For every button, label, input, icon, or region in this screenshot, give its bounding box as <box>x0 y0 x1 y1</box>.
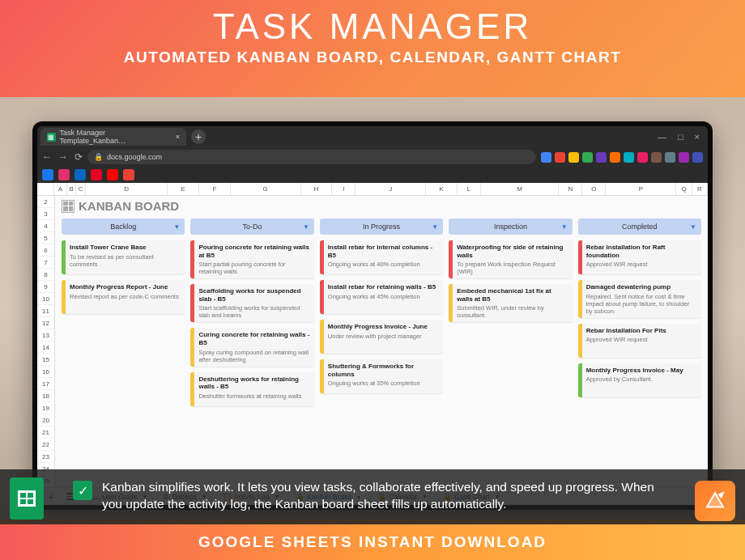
gmail-icon[interactable] <box>123 169 134 180</box>
card-desc: Start partial pouring concrete for retai… <box>198 261 309 275</box>
ext-icon[interactable] <box>665 152 675 163</box>
card-title: Embeded mechanical 1st fix at walls at B… <box>457 287 568 303</box>
dropdown-icon[interactable]: ▼ <box>173 223 180 231</box>
card-desc: Submitted WIR, under review by consultan… <box>457 304 568 319</box>
hero-title: TASK MANAGER <box>0 6 745 47</box>
card-desc: Approved WIR request <box>586 336 697 343</box>
reload-icon[interactable]: ⟳ <box>74 151 83 163</box>
browser-tab[interactable]: ▦ Task Manager Template_Kanban… × <box>40 128 186 146</box>
back-icon[interactable]: ← <box>42 151 52 163</box>
pinterest-icon[interactable] <box>91 169 102 180</box>
ext-icon[interactable] <box>541 152 551 163</box>
tab-title: Task Manager Template_Kanban… <box>60 129 168 145</box>
card-title: Monthly Progress Invoice - June <box>328 323 439 331</box>
dropdown-icon[interactable]: ▼ <box>690 223 696 231</box>
checkmark-icon: ✓ <box>73 481 92 500</box>
close-tab-icon[interactable]: × <box>176 133 180 141</box>
ext-icon[interactable] <box>610 152 620 163</box>
card-desc: To be revised as per consultant comments <box>70 253 181 268</box>
row-headers: 2345678910111213141516171819202122232425 <box>37 196 55 487</box>
card-title: Curing concrete for retaining walls - B5 <box>198 331 309 346</box>
ext-icon[interactable] <box>637 152 648 163</box>
forward-icon[interactable]: → <box>58 151 68 163</box>
card-title: Monthly Progress Invoice - May <box>586 367 697 375</box>
card-title: Install rebar for retaining walls - B5 <box>328 283 439 291</box>
bookmark-bar <box>37 167 708 183</box>
ext-icon[interactable] <box>555 152 565 163</box>
kanban-card[interactable]: Pouring concrete for retaining walls at … <box>190 240 313 278</box>
ext-icon[interactable] <box>596 152 607 163</box>
kanban-card[interactable]: Monthly Progress Invoice - MayApproved b… <box>578 363 701 397</box>
dropdown-icon[interactable]: ▼ <box>303 223 309 231</box>
card-desc: Approved by Consultant. <box>586 375 697 383</box>
ext-icon[interactable] <box>692 152 703 163</box>
card-title: Deshuttering works for retaining walls -… <box>198 375 309 391</box>
kanban-card[interactable]: Deshuttering works for retaining walls -… <box>190 372 313 406</box>
kanban-card[interactable]: Monthly Progress Invoice - JuneUnder rev… <box>320 320 443 354</box>
ext-icon[interactable] <box>568 152 579 163</box>
caption-overlay: ✓ Kanban simplifies work. It lets you vi… <box>0 469 745 524</box>
kanban-card[interactable]: Monthly Progress Report - JuneRevised re… <box>62 280 185 314</box>
card-title: Monthly Progress Report - June <box>70 283 181 291</box>
brand-logo-icon <box>695 481 735 521</box>
ext-icon[interactable] <box>679 152 689 163</box>
kanban-icon <box>62 200 74 213</box>
dropdown-icon[interactable]: ▼ <box>561 223 568 231</box>
google-sheets-logo-icon <box>10 477 44 520</box>
kanban-card[interactable]: Damaged dewatering pumpRepaired. Sent no… <box>578 280 701 318</box>
kanban-column-header[interactable]: In Progress▼ <box>320 218 443 235</box>
card-desc: Ongoing works at 45% completion <box>328 293 439 300</box>
address-bar[interactable]: 🔒 docs.google.com <box>87 150 536 164</box>
ext-icon[interactable] <box>582 152 593 163</box>
card-desc: Spray curing compound on retaining wall … <box>198 349 309 363</box>
kanban-card[interactable]: Shuttering & Formworks for columnsOngoin… <box>320 359 443 393</box>
kanban-column-header[interactable]: Backlog▼ <box>62 218 185 235</box>
caption-text: Kanban simplifies work. It lets you view… <box>102 479 672 513</box>
card-title: Damaged dewatering pump <box>586 283 697 291</box>
card-desc: Deshutter formworks at retaining walls <box>198 392 309 400</box>
card-title: Pouring concrete for retaining walls at … <box>198 244 309 259</box>
card-title: Waterproofing for side of retaining wall… <box>457 244 568 259</box>
kanban-card[interactable]: Install rebar for internal columns - B5O… <box>320 240 443 274</box>
ext-icon[interactable] <box>624 152 634 163</box>
kanban-card[interactable]: Scaffolding works for suspended slab - B… <box>190 284 313 322</box>
facebook-icon[interactable] <box>42 169 53 180</box>
new-tab-button[interactable]: + <box>191 129 206 144</box>
spreadsheet-app: A B C D E F G H I J K L M N O P Q R 2345… <box>37 183 708 505</box>
ext-icon[interactable] <box>651 152 662 163</box>
kanban-column-header[interactable]: Completed▼ <box>578 218 701 235</box>
laptop-frame: ▦ Task Manager Template_Kanban… × + — □ … <box>32 121 713 510</box>
kanban-column-header[interactable]: Inspection▼ <box>449 218 572 235</box>
lock-icon: 🔒 <box>94 153 103 161</box>
browser-chrome: ▦ Task Manager Template_Kanban… × + — □ … <box>37 126 708 183</box>
card-title: Scaffolding works for suspended slab - B… <box>198 287 309 303</box>
card-desc: Ongoing works at 40% completion <box>328 261 439 268</box>
instagram-icon[interactable] <box>58 169 70 180</box>
kanban-card[interactable]: Rebar Installation for Raft foundationAp… <box>578 240 701 274</box>
kanban-column-header[interactable]: To-Do▼ <box>190 218 313 235</box>
kanban-card[interactable]: Waterproofing for side of retaining wall… <box>449 240 572 278</box>
card-desc: Ongoing works at 35% completion <box>328 380 439 387</box>
close-window-icon[interactable]: × <box>695 132 700 142</box>
kanban-card[interactable]: Rebar Installation For PitsApproved WIR … <box>578 324 701 358</box>
card-desc: Revised report as per code-C comments <box>70 293 181 300</box>
sheet-grid[interactable]: KANBAN BOARD Backlog▼Install Tower Crane… <box>55 196 708 487</box>
card-title: Install rebar for internal columns - B5 <box>328 244 439 259</box>
dropdown-icon[interactable]: ▼ <box>432 223 438 231</box>
card-title: Shuttering & Formworks for columns <box>328 363 439 378</box>
kanban-card[interactable]: Install rebar for retaining walls - B5On… <box>320 280 443 314</box>
card-desc: To prepare Work Inspection Request (WIR) <box>457 261 568 275</box>
card-desc: Repaired. Sent notice for cost & time im… <box>586 293 697 315</box>
kanban-card[interactable]: Embeded mechanical 1st fix at walls at B… <box>449 284 572 322</box>
kanban-card[interactable]: Curing concrete for retaining walls - B5… <box>190 328 313 366</box>
card-title: Rebar Installation For Pits <box>586 327 697 335</box>
hero-subtitle: AUTOMATED KANBAN BOARD, CALENDAR, GANTT … <box>0 49 745 66</box>
card-desc: Under review with project manager <box>328 333 439 340</box>
maximize-icon[interactable]: □ <box>678 132 683 142</box>
card-desc: Approved WIR request <box>586 261 697 268</box>
youtube-icon[interactable] <box>107 169 118 180</box>
linkedin-icon[interactable] <box>74 169 86 180</box>
card-desc: Start scaffolding works for suspended sl… <box>198 304 309 319</box>
kanban-card[interactable]: Install Tower Crane BaseTo be revised as… <box>62 240 185 274</box>
minimize-icon[interactable]: — <box>658 132 666 142</box>
